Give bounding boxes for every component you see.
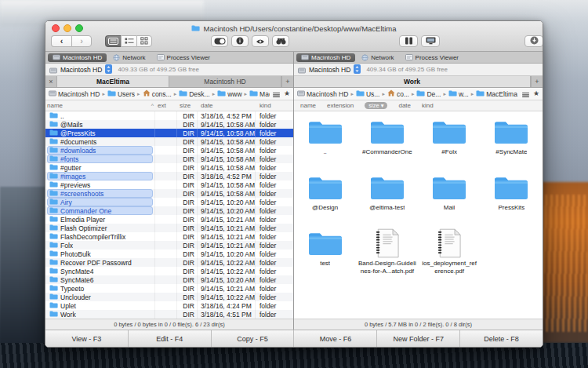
table-row-screenshoots[interactable]: #screenshoots DIR 9/14/15, 10:58 AM fold… (45, 189, 293, 198)
grid-item-design[interactable]: @Design (294, 171, 356, 227)
star-icon[interactable]: ★ (533, 90, 539, 97)
grid-item-ios-deployment-reference-pdf[interactable]: ios_deployment_reference.pdf (419, 227, 481, 282)
grid-item-presskits[interactable]: PressKits (481, 171, 543, 227)
copy-f5-button[interactable]: Copy - F5 (212, 330, 295, 347)
grid-item-mail[interactable]: Mail (419, 171, 481, 227)
search-button[interactable] (272, 35, 289, 47)
column-header-name[interactable]: name^ (45, 100, 155, 111)
tab-close-button[interactable]: × (45, 76, 57, 87)
table-row-mails[interactable]: @Mails DIR 9/14/15, 10:58 AM folder (45, 120, 293, 129)
view-f3-button[interactable]: View - F3 (45, 330, 129, 347)
folder-icon (356, 89, 365, 98)
table-row-presskits[interactable]: @PressKits DIR 9/14/15, 10:58 AM folder (45, 129, 293, 137)
table-row-[interactable]: .. DIR 3/18/16, 4:52 PM folder (45, 111, 293, 120)
table-row-flash-optimizer[interactable]: Flash Optimizer DIR 9/14/15, 10:21 AM fo… (45, 224, 293, 232)
breadcrumb-item-us[interactable]: Us... (356, 89, 379, 98)
grid-item-eltima-test[interactable]: @eltima-test (356, 171, 418, 227)
grid-item-[interactable]: .. (294, 115, 356, 171)
table-row-gutter[interactable]: #gutter DIR 9/14/15, 10:58 AM folder (45, 163, 293, 172)
column-header-date[interactable]: date (198, 100, 256, 111)
breadcrumb-item-desk[interactable]: Desk... (179, 89, 209, 98)
view-columns-button[interactable] (121, 35, 136, 47)
breadcrumb-item-w[interactable]: w... (448, 89, 469, 98)
table-row-flashdecompilertrillix[interactable]: FlashDecompilerTrillix DIR 9/14/15, 10:2… (45, 232, 293, 241)
tab-work[interactable]: Work (294, 76, 531, 87)
table-row-downloads[interactable]: #downloads DIR 9/14/15, 10:58 AM folder (45, 146, 293, 155)
grid-item-folx[interactable]: #Folx (419, 115, 481, 171)
tab-add-button[interactable]: + (531, 76, 543, 87)
column-header-ext[interactable]: ext (155, 100, 177, 111)
table-row-uplet[interactable]: Uplet DIR 3/18/16, 4:24 PM folder (45, 301, 293, 310)
star-icon[interactable]: ★ (284, 90, 290, 97)
column-header-kind[interactable]: kind (422, 100, 434, 111)
column-header-date[interactable]: date (398, 100, 411, 111)
table-row-photobulk[interactable]: PhotoBulk DIR 9/14/15, 10:20 AM folder (45, 250, 293, 258)
column-header-extension[interactable]: extension (327, 100, 354, 111)
breadcrumb-item-www[interactable]: www (217, 89, 241, 98)
close-window-button[interactable] (52, 24, 60, 32)
table-row-typeeto[interactable]: Typeeto DIR 9/14/15, 10:21 AM folder (45, 284, 293, 293)
back-button[interactable]: ‹ (51, 35, 71, 47)
table-row-folx[interactable]: Folx DIR 9/14/15, 10:21 AM folder (45, 241, 293, 250)
drive-stepper[interactable] (105, 63, 112, 77)
preview-button[interactable] (252, 35, 269, 47)
column-header-kind[interactable]: kind (256, 100, 293, 111)
move-f6-button[interactable]: Move - F6 (294, 330, 377, 347)
breadcrumb-item-maceltima[interactable]: MacEltima (476, 89, 517, 98)
table-row-previews[interactable]: #previews DIR 9/14/15, 10:58 AM folder (45, 180, 293, 189)
table-row-elmedia-player[interactable]: Elmedia Player DIR 9/14/15, 10:21 AM fol… (45, 215, 293, 224)
list-mini-icon[interactable] (522, 87, 529, 101)
tab-macintosh-hd[interactable]: Macintosh HD (169, 76, 281, 87)
breadcrumb-item-macintosh-hd[interactable]: Macintosh HD (49, 90, 100, 98)
zoom-window-button[interactable] (75, 24, 83, 32)
source-tab-process-viewer[interactable]: Process Viewer (152, 53, 215, 62)
source-tab-network[interactable]: Network (357, 53, 398, 62)
cell-ext (155, 137, 177, 146)
view-icons-button[interactable] (136, 35, 152, 47)
table-row-recover-pdf-passowrd[interactable]: Recover PDF Passowrd DIR 9/14/15, 10:22 … (45, 258, 293, 267)
table-row-unclouder[interactable]: Unclouder DIR 9/14/15, 10:22 AM folder (45, 293, 293, 301)
column-header-size[interactable]: size (177, 100, 198, 111)
source-tab-network[interactable]: Network (108, 53, 150, 62)
source-tab-macintosh-hd[interactable]: Macintosh HD (48, 53, 107, 62)
table-row-syncmate4[interactable]: SyncMate4 DIR 9/14/15, 10:22 AM folder (45, 267, 293, 275)
grid-item-test[interactable]: test (294, 227, 356, 282)
delete-f8-button[interactable]: Delete - F8 (460, 330, 543, 347)
table-row-images[interactable]: #images DIR 3/18/16, 4:52 PM folder (45, 172, 293, 180)
info-button[interactable] (231, 35, 249, 47)
connections-button[interactable] (421, 35, 440, 47)
breadcrumb-item-users[interactable]: Users (107, 89, 135, 98)
table-row-fonts[interactable]: #fonts DIR 9/14/15, 10:58 AM folder (45, 155, 293, 163)
breadcrumb-item-macintosh-hd[interactable]: Macintosh HD (297, 90, 348, 98)
edit-f4-button[interactable]: Edit - F4 (129, 330, 212, 347)
forward-button[interactable]: › (71, 35, 92, 47)
tab-maceltima[interactable]: MacEltima (57, 76, 169, 87)
table-row-documents[interactable]: #documents DIR 9/14/15, 10:58 AM folder (45, 137, 293, 146)
grid-item-commanderone[interactable]: #CommanderOne (356, 115, 418, 171)
minimize-window-button[interactable] (64, 24, 71, 32)
table-row-airy[interactable]: Airy DIR 9/14/15, 10:20 AM folder (45, 198, 293, 206)
source-tab-macintosh-hd[interactable]: Macintosh HD (296, 53, 355, 62)
downloads-button[interactable] (524, 35, 543, 47)
breadcrumb-item-de[interactable]: De... (416, 89, 441, 98)
breadcrumb-item-cons[interactable]: cons... (143, 89, 172, 98)
dual-pane-button[interactable] (399, 35, 418, 47)
grid-item-syncmate[interactable]: #SyncMate (481, 115, 543, 171)
table-row-work[interactable]: Work DIR 3/18/16, 4:51 PM folder (45, 310, 293, 319)
grid-item-band-design-guidelines-for-a-atch-pdf[interactable]: Band-Design-Guidelines-for-A...atch.pdf (356, 227, 418, 282)
breadcrumb-item-maceltima[interactable]: MacEltima (249, 89, 270, 98)
list-mini-icon[interactable] (273, 87, 280, 101)
tab-add-button[interactable]: + (281, 76, 293, 87)
new-folder-f7-button[interactable]: New Folder - F7 (377, 330, 460, 347)
table-row-syncmate6[interactable]: SyncMate6 DIR 9/14/15, 10:20 AM folder (45, 275, 293, 284)
queue-toggle-button[interactable] (211, 35, 228, 47)
column-header-size[interactable]: size ▾ (365, 100, 387, 111)
breadcrumb-item-co[interactable]: co... (387, 89, 409, 98)
drive-stepper[interactable] (354, 63, 361, 77)
left-status-bar: 0 bytes / 0 bytes in 0 / 0 file(s). 6 / … (45, 319, 293, 330)
source-tab-process-viewer[interactable]: Process Viewer (401, 53, 463, 62)
table-row-commander-one[interactable]: Commander One DIR 9/14/15, 10:20 AM fold… (45, 206, 293, 215)
view-list-button[interactable] (105, 35, 121, 47)
titlebar[interactable]: Macintosh HD/Users/constantine/Desktop/w… (45, 21, 543, 34)
column-header-name[interactable]: name (300, 100, 316, 111)
